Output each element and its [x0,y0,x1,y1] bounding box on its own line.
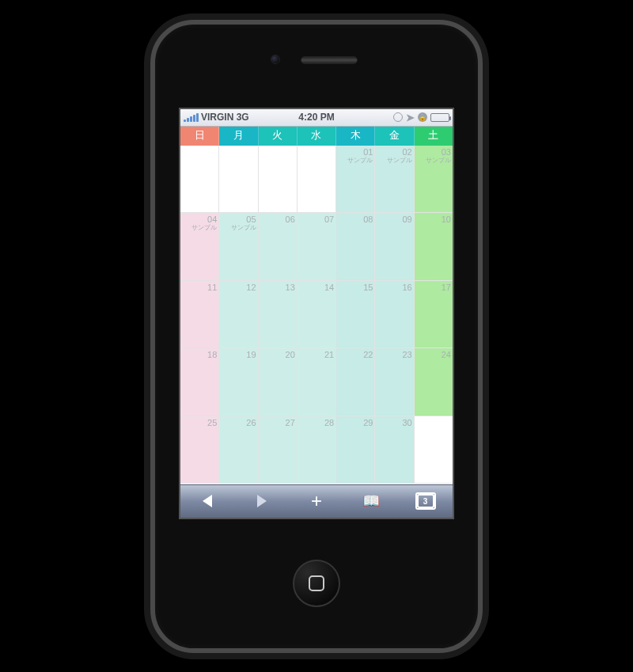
day-event: サンプル [191,225,217,231]
day-number: 21 [324,351,334,359]
calendar-week-row: 04サンプル05サンプル0607080910 [180,213,453,281]
day-event: サンプル [231,225,256,231]
add-button[interactable]: + [301,489,332,513]
calendar-day-cell[interactable]: 30 [375,416,414,484]
calendar-day-cell[interactable]: 11 [180,281,219,349]
calendar-day-cell[interactable]: 14 [298,281,336,349]
day-number: 27 [286,419,295,427]
day-number: 23 [402,351,411,359]
calendar-day-cell[interactable]: 08 [336,213,375,281]
day-event: サンプル [347,158,373,164]
day-number: 04 [207,215,217,224]
day-number: 09 [402,215,411,224]
weekday-header-cell: 日 [180,127,219,146]
calendar-day-cell[interactable]: 06 [259,213,298,281]
day-number: 15 [363,283,373,292]
calendar-grid: 01サンプル02サンプル03サンプル04サンプル05サンプル0607080910… [180,146,453,484]
book-icon: 📖 [362,492,380,510]
calendar-day-cell[interactable]: 02サンプル [375,146,414,214]
calendar: 日月火水木金土 01サンプル02サンプル03サンプル04サンプル05サンプル06… [180,127,453,484]
tabs-count: 3 [423,497,428,506]
day-number: 30 [402,419,411,427]
phone-top [155,25,478,108]
day-number: 16 [402,283,411,292]
calendar-day-cell[interactable] [415,416,453,484]
battery-icon [430,113,449,122]
earpiece-speaker [301,56,358,64]
day-number: 01 [363,148,373,157]
browser-toolbar: + 📖 3 [180,484,453,518]
day-number: 14 [324,283,334,292]
calendar-day-cell[interactable]: 20 [259,348,298,416]
forward-icon [257,495,267,507]
calendar-day-cell[interactable]: 03サンプル [415,146,453,214]
weekday-header-cell: 木 [336,127,375,146]
calendar-day-cell[interactable]: 16 [375,281,414,349]
day-number: 19 [246,351,256,359]
weekday-header: 日月火水木金土 [180,127,453,146]
day-number: 29 [363,419,373,427]
calendar-day-cell[interactable] [219,146,258,214]
calendar-week-row: 11121314151617 [180,281,453,349]
day-number: 11 [207,283,217,292]
calendar-day-cell[interactable]: 13 [259,281,298,349]
front-camera [271,55,280,64]
home-icon [309,575,324,591]
day-number: 22 [363,351,373,359]
day-number: 12 [246,283,256,292]
day-number: 07 [324,215,334,224]
calendar-day-cell[interactable]: 15 [336,281,375,349]
day-number: 08 [363,215,373,224]
calendar-day-cell[interactable]: 24 [415,348,453,416]
calendar-day-cell[interactable]: 19 [219,348,258,416]
weekday-header-cell: 火 [259,127,298,146]
weekday-header-cell: 水 [298,127,336,146]
day-number: 06 [286,215,295,224]
calendar-day-cell[interactable]: 10 [415,213,453,281]
weekday-header-cell: 土 [415,127,453,146]
day-number: 17 [442,283,451,292]
forward-button[interactable] [246,489,278,513]
calendar-day-cell[interactable]: 12 [219,281,258,349]
calendar-day-cell[interactable]: 29 [336,416,375,484]
calendar-day-cell[interactable]: 27 [259,416,298,484]
back-button[interactable] [191,489,223,513]
day-number: 13 [286,283,295,292]
home-area [293,519,340,648]
day-number: 25 [207,419,217,427]
day-number: 10 [442,215,451,224]
calendar-day-cell[interactable]: 21 [298,348,336,416]
day-number: 20 [286,351,295,359]
calendar-day-cell[interactable]: 04サンプル [180,213,219,281]
calendar-day-cell[interactable]: 28 [298,416,336,484]
calendar-day-cell[interactable]: 17 [415,281,453,349]
day-number: 18 [207,351,217,359]
home-button[interactable] [293,560,340,607]
loading-icon [393,112,403,122]
tabs-button[interactable]: 3 [410,489,442,513]
day-number: 26 [246,419,256,427]
calendar-day-cell[interactable]: 25 [180,416,219,484]
calendar-day-cell[interactable]: 23 [375,348,414,416]
weekday-header-cell: 金 [375,127,414,146]
tabs-icon: 3 [417,494,434,508]
calendar-day-cell[interactable]: 09 [375,213,414,281]
plus-icon: + [311,492,322,511]
calendar-day-cell[interactable]: 22 [336,348,375,416]
day-number: 05 [246,215,256,224]
calendar-day-cell[interactable]: 01サンプル [336,146,375,214]
weekday-header-cell: 月 [219,127,258,146]
back-icon [203,495,212,507]
day-number: 03 [442,148,451,157]
day-event: サンプル [387,158,412,164]
day-number: 28 [324,419,334,427]
calendar-day-cell[interactable] [298,146,336,214]
calendar-day-cell[interactable]: 26 [219,416,258,484]
calendar-day-cell[interactable]: 18 [180,348,219,416]
calendar-day-cell[interactable]: 07 [298,213,336,281]
calendar-day-cell[interactable] [180,146,219,214]
bookmarks-button[interactable]: 📖 [355,489,387,513]
calendar-day-cell[interactable] [259,146,298,214]
calendar-day-cell[interactable]: 05サンプル [219,213,258,281]
day-event: サンプル [426,158,451,164]
